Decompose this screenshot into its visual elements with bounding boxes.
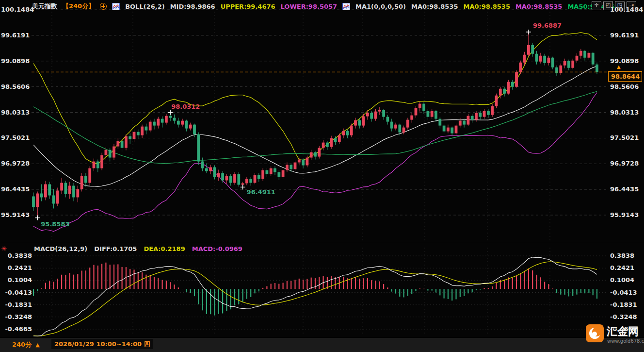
- price-axis-label: 99.0898: [1, 58, 29, 65]
- macd-axis-label: -0.4665: [4, 326, 32, 333]
- ma-config-label: MA1(0,0,0,50): [355, 3, 406, 10]
- price-axis-label: 99.6191: [610, 32, 639, 39]
- timeframe-status-label: 240分: [12, 341, 32, 348]
- ma0-yellow-value: MA0:98.8535: [463, 3, 510, 10]
- macd-axis-label: -0.3248: [610, 314, 637, 320]
- boll-mid-value: MID:98.9866: [170, 3, 215, 10]
- price-axis-label: 97.5021: [1, 134, 29, 141]
- price-axis-label: 97.5021: [610, 134, 639, 141]
- macd-axis-label: 0.1004: [610, 277, 634, 284]
- price-axis-label: 98.0313: [610, 109, 639, 116]
- macd-axis-label: 0.1004: [4, 277, 32, 284]
- chart-app: 美元指数 【240分】 BOLL(26,2) MID:98.9866 UPPER…: [0, 0, 644, 352]
- boll-upper-value: UPPER:99.4676: [221, 3, 275, 10]
- alert-sun-icon[interactable]: ☀: [1, 245, 7, 252]
- macd-axis-label: 0.2421: [4, 265, 32, 271]
- timeframe-label[interactable]: 【240分】: [63, 2, 95, 11]
- price-axis-label: 100.1484: [610, 6, 643, 13]
- low-annotation: 95.8583: [41, 220, 69, 228]
- up-triangle-icon: ▲: [35, 342, 39, 348]
- logo-mark-icon: [586, 324, 604, 342]
- boll-indicator-icon[interactable]: [112, 3, 120, 10]
- price-axis-label: 95.9143: [1, 212, 29, 218]
- price-axis-label: 98.0313: [1, 109, 29, 116]
- ma-indicator-icon[interactable]: [342, 3, 350, 10]
- macd-title: MACD(26,12,9): [34, 245, 87, 252]
- boll-label: BOLL(26,2): [125, 3, 165, 10]
- indicator-header: 美元指数 【240分】 BOLL(26,2) MID:98.9866 UPPER…: [32, 2, 619, 11]
- price-axis-label: 96.4435: [1, 186, 29, 193]
- macd-axis-label: -0.0413: [4, 289, 32, 296]
- last-price-tag[interactable]: 98.8644: [608, 71, 642, 82]
- date-range-tooltip: 2026/01/29 10:00~14:00 四: [51, 339, 153, 349]
- high-annotation: 99.6887: [533, 22, 562, 29]
- macd-dea-value: DEA:0.2189: [144, 245, 185, 252]
- macd-axis-label: 0.3838: [4, 252, 32, 259]
- price-axis-label: 99.6191: [1, 32, 29, 39]
- price-up-arrow-icon: ▲: [617, 65, 621, 69]
- ma0-magenta-value: MA0:98.8535: [515, 3, 562, 10]
- logo-site-name: 汇金网: [607, 324, 639, 339]
- macd-axis-label: -0.1831: [610, 302, 637, 308]
- macd-axis-label: -0.1831: [4, 302, 32, 308]
- price-axis-label: 95.9143: [610, 212, 639, 218]
- macd-axis-label: 0.2421: [610, 265, 634, 271]
- symbol-name: 美元指数: [32, 2, 57, 11]
- macd-axis-label: -0.0413: [610, 289, 637, 296]
- boll-lower-value: LOWER:98.5057: [281, 3, 338, 10]
- macd-diff-value: DIFF:0.1705: [94, 245, 137, 252]
- price-axis-label: 98.5606: [1, 84, 29, 90]
- price-axis-label: 96.9728: [1, 160, 29, 167]
- macd-macd-value: MACD:-0.0969: [192, 245, 242, 252]
- chart-plot-area[interactable]: [0, 0, 644, 352]
- circle-plus-icon[interactable]: [100, 3, 107, 10]
- crosshair-icon[interactable]: ✛: [592, 1, 601, 10]
- price-axis-label: 96.9728: [610, 160, 639, 167]
- site-logo[interactable]: 汇金网 www.gold678.com: [585, 323, 643, 346]
- price-axis-label: 99.0898: [610, 58, 639, 65]
- swing-low-annotation: 96.4911: [247, 188, 275, 196]
- ma0-white-value: MA0:98.8535: [411, 3, 458, 10]
- macd-axis-label: 0.3838: [610, 252, 634, 259]
- price-axis-label: 98.5606: [610, 84, 639, 90]
- macd-header: MACD(26,12,9) DIFF:0.1705 DEA:0.2189 MAC…: [34, 245, 242, 252]
- swing-high-annotation: 98.0312: [171, 103, 200, 110]
- macd-axis-label: -0.3248: [4, 314, 32, 320]
- timeframe-status[interactable]: 240分▲: [12, 340, 40, 349]
- logo-site-url: www.gold678.com: [607, 338, 644, 344]
- price-axis-label: 100.1484: [1, 6, 29, 13]
- price-axis-label: 96.4435: [610, 186, 639, 193]
